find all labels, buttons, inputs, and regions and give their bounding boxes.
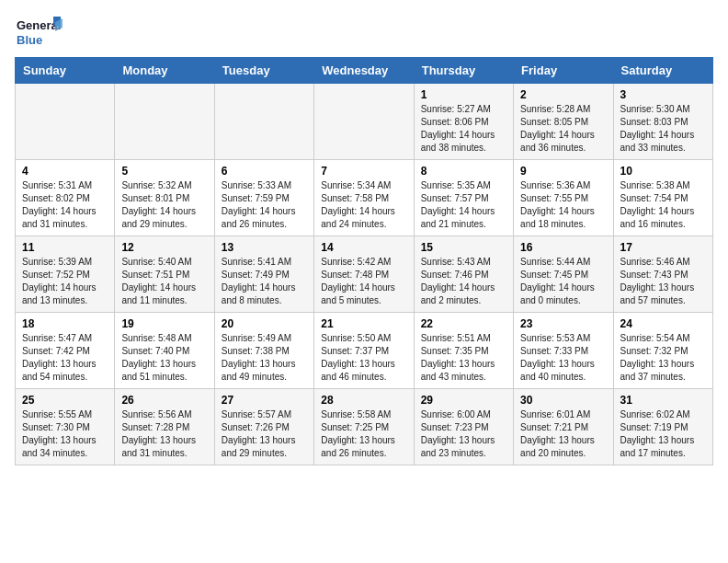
day-info: Sunrise: 5:27 AM Sunset: 8:06 PM Dayligh… bbox=[421, 103, 506, 155]
day-info: Sunrise: 5:55 AM Sunset: 7:30 PM Dayligh… bbox=[22, 408, 108, 460]
day-info: Sunrise: 6:00 AM Sunset: 7:23 PM Dayligh… bbox=[421, 408, 506, 460]
day-number: 30 bbox=[520, 394, 606, 407]
calendar-cell: 13Sunrise: 5:41 AM Sunset: 7:49 PM Dayli… bbox=[214, 236, 313, 313]
calendar-cell: 25Sunrise: 5:55 AM Sunset: 7:30 PM Dayli… bbox=[16, 389, 115, 465]
day-info: Sunrise: 5:56 AM Sunset: 7:28 PM Dayligh… bbox=[121, 408, 207, 460]
day-number: 8 bbox=[421, 165, 506, 178]
day-info: Sunrise: 5:58 AM Sunset: 7:25 PM Dayligh… bbox=[321, 408, 406, 460]
calendar-cell: 2Sunrise: 5:28 AM Sunset: 8:05 PM Daylig… bbox=[514, 84, 613, 160]
day-info: Sunrise: 5:54 AM Sunset: 7:32 PM Dayligh… bbox=[620, 332, 706, 384]
logo-svg: General Blue bbox=[15, 15, 63, 50]
day-header-sunday: Sunday bbox=[16, 58, 115, 84]
day-info: Sunrise: 5:43 AM Sunset: 7:46 PM Dayligh… bbox=[421, 256, 506, 307]
day-number: 15 bbox=[421, 241, 506, 254]
calendar-cell: 28Sunrise: 5:58 AM Sunset: 7:25 PM Dayli… bbox=[314, 389, 414, 465]
day-number: 24 bbox=[620, 317, 706, 330]
calendar-week-row: 1Sunrise: 5:27 AM Sunset: 8:06 PM Daylig… bbox=[16, 84, 713, 160]
calendar-cell: 19Sunrise: 5:48 AM Sunset: 7:40 PM Dayli… bbox=[115, 313, 214, 389]
day-number: 11 bbox=[22, 241, 108, 254]
day-info: Sunrise: 6:02 AM Sunset: 7:19 PM Dayligh… bbox=[620, 408, 706, 460]
calendar-header-row: SundayMondayTuesdayWednesdayThursdayFrid… bbox=[16, 58, 713, 84]
calendar-cell: 6Sunrise: 5:33 AM Sunset: 7:59 PM Daylig… bbox=[214, 160, 313, 236]
day-info: Sunrise: 5:42 AM Sunset: 7:48 PM Dayligh… bbox=[321, 256, 406, 307]
calendar-cell: 30Sunrise: 6:01 AM Sunset: 7:21 PM Dayli… bbox=[514, 389, 613, 465]
day-number: 25 bbox=[22, 394, 108, 407]
day-info: Sunrise: 5:50 AM Sunset: 7:37 PM Dayligh… bbox=[321, 332, 406, 384]
day-info: Sunrise: 5:46 AM Sunset: 7:43 PM Dayligh… bbox=[620, 256, 706, 307]
day-info: Sunrise: 5:36 AM Sunset: 7:55 PM Dayligh… bbox=[520, 179, 606, 231]
calendar-cell: 18Sunrise: 5:47 AM Sunset: 7:42 PM Dayli… bbox=[16, 313, 115, 389]
day-number: 26 bbox=[121, 394, 207, 407]
day-number: 9 bbox=[520, 165, 606, 178]
calendar-week-row: 4Sunrise: 5:31 AM Sunset: 8:02 PM Daylig… bbox=[16, 160, 713, 236]
calendar-cell: 31Sunrise: 6:02 AM Sunset: 7:19 PM Dayli… bbox=[613, 389, 712, 465]
calendar-cell: 21Sunrise: 5:50 AM Sunset: 7:37 PM Dayli… bbox=[314, 313, 414, 389]
day-number: 7 bbox=[321, 165, 406, 178]
day-number: 12 bbox=[121, 241, 207, 254]
day-info: Sunrise: 5:32 AM Sunset: 8:01 PM Dayligh… bbox=[121, 179, 207, 231]
day-number: 14 bbox=[321, 241, 406, 254]
day-number: 27 bbox=[222, 394, 307, 407]
day-number: 10 bbox=[620, 165, 706, 178]
logo: General Blue bbox=[15, 15, 63, 50]
calendar-cell bbox=[115, 84, 214, 160]
day-number: 21 bbox=[321, 317, 406, 330]
day-number: 5 bbox=[121, 165, 207, 178]
calendar-cell: 16Sunrise: 5:44 AM Sunset: 7:45 PM Dayli… bbox=[514, 236, 613, 313]
calendar-cell: 11Sunrise: 5:39 AM Sunset: 7:52 PM Dayli… bbox=[16, 236, 115, 313]
day-info: Sunrise: 5:31 AM Sunset: 8:02 PM Dayligh… bbox=[22, 179, 108, 231]
day-header-tuesday: Tuesday bbox=[214, 58, 313, 84]
svg-text:Blue: Blue bbox=[17, 33, 42, 47]
day-number: 23 bbox=[520, 317, 606, 330]
day-number: 28 bbox=[321, 394, 406, 407]
calendar-cell: 17Sunrise: 5:46 AM Sunset: 7:43 PM Dayli… bbox=[613, 236, 712, 313]
day-number: 29 bbox=[421, 394, 506, 407]
day-info: Sunrise: 5:57 AM Sunset: 7:26 PM Dayligh… bbox=[222, 408, 307, 460]
calendar-cell: 29Sunrise: 6:00 AM Sunset: 7:23 PM Dayli… bbox=[414, 389, 513, 465]
day-info: Sunrise: 6:01 AM Sunset: 7:21 PM Dayligh… bbox=[520, 408, 606, 460]
day-header-wednesday: Wednesday bbox=[314, 58, 414, 84]
day-number: 2 bbox=[520, 88, 606, 101]
calendar-week-row: 11Sunrise: 5:39 AM Sunset: 7:52 PM Dayli… bbox=[16, 236, 713, 313]
calendar-cell bbox=[16, 84, 115, 160]
day-header-thursday: Thursday bbox=[414, 58, 513, 84]
day-number: 1 bbox=[421, 88, 506, 101]
calendar-cell: 15Sunrise: 5:43 AM Sunset: 7:46 PM Dayli… bbox=[414, 236, 513, 313]
day-number: 20 bbox=[222, 317, 307, 330]
calendar-week-row: 18Sunrise: 5:47 AM Sunset: 7:42 PM Dayli… bbox=[16, 313, 713, 389]
calendar-cell: 8Sunrise: 5:35 AM Sunset: 7:57 PM Daylig… bbox=[414, 160, 513, 236]
calendar-table: SundayMondayTuesdayWednesdayThursdayFrid… bbox=[15, 57, 713, 465]
calendar-week-row: 25Sunrise: 5:55 AM Sunset: 7:30 PM Dayli… bbox=[16, 389, 713, 465]
day-info: Sunrise: 5:40 AM Sunset: 7:51 PM Dayligh… bbox=[121, 256, 207, 307]
day-number: 6 bbox=[222, 165, 307, 178]
day-number: 16 bbox=[520, 241, 606, 254]
calendar-cell: 10Sunrise: 5:38 AM Sunset: 7:54 PM Dayli… bbox=[613, 160, 712, 236]
calendar-cell: 3Sunrise: 5:30 AM Sunset: 8:03 PM Daylig… bbox=[613, 84, 712, 160]
calendar-cell: 14Sunrise: 5:42 AM Sunset: 7:48 PM Dayli… bbox=[314, 236, 414, 313]
header: General Blue bbox=[15, 15, 713, 50]
calendar-cell: 1Sunrise: 5:27 AM Sunset: 8:06 PM Daylig… bbox=[414, 84, 513, 160]
day-info: Sunrise: 5:51 AM Sunset: 7:35 PM Dayligh… bbox=[421, 332, 506, 384]
calendar-cell: 27Sunrise: 5:57 AM Sunset: 7:26 PM Dayli… bbox=[214, 389, 313, 465]
calendar-cell bbox=[214, 84, 313, 160]
calendar-cell: 12Sunrise: 5:40 AM Sunset: 7:51 PM Dayli… bbox=[115, 236, 214, 313]
day-number: 31 bbox=[620, 394, 706, 407]
day-info: Sunrise: 5:35 AM Sunset: 7:57 PM Dayligh… bbox=[421, 179, 506, 231]
calendar-cell: 5Sunrise: 5:32 AM Sunset: 8:01 PM Daylig… bbox=[115, 160, 214, 236]
calendar-cell: 4Sunrise: 5:31 AM Sunset: 8:02 PM Daylig… bbox=[16, 160, 115, 236]
day-header-monday: Monday bbox=[115, 58, 214, 84]
calendar-cell: 20Sunrise: 5:49 AM Sunset: 7:38 PM Dayli… bbox=[214, 313, 313, 389]
day-number: 19 bbox=[121, 317, 207, 330]
day-header-saturday: Saturday bbox=[613, 58, 712, 84]
calendar-cell: 26Sunrise: 5:56 AM Sunset: 7:28 PM Dayli… bbox=[115, 389, 214, 465]
day-info: Sunrise: 5:49 AM Sunset: 7:38 PM Dayligh… bbox=[222, 332, 307, 384]
calendar-body: 1Sunrise: 5:27 AM Sunset: 8:06 PM Daylig… bbox=[16, 84, 713, 465]
day-number: 13 bbox=[222, 241, 307, 254]
day-number: 18 bbox=[22, 317, 108, 330]
calendar-cell: 24Sunrise: 5:54 AM Sunset: 7:32 PM Dayli… bbox=[613, 313, 712, 389]
day-info: Sunrise: 5:34 AM Sunset: 7:58 PM Dayligh… bbox=[321, 179, 406, 231]
day-number: 17 bbox=[620, 241, 706, 254]
calendar-cell: 9Sunrise: 5:36 AM Sunset: 7:55 PM Daylig… bbox=[514, 160, 613, 236]
calendar-cell: 22Sunrise: 5:51 AM Sunset: 7:35 PM Dayli… bbox=[414, 313, 513, 389]
day-info: Sunrise: 5:41 AM Sunset: 7:49 PM Dayligh… bbox=[222, 256, 307, 307]
